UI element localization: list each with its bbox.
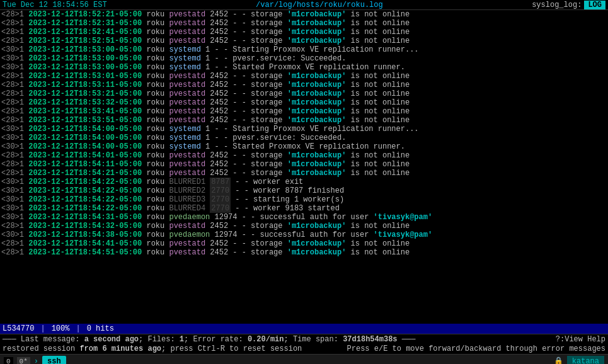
lock-icon: 🔒 xyxy=(554,356,563,364)
table-row: <30>1 2023-12-12T18:53:00-05:00 roku sys… xyxy=(0,54,608,63)
top-bar-left: Tue Dec 12 18:54:56 EST xyxy=(3,1,107,9)
top-bar: Tue Dec 12 18:54:56 EST /var/log/hosts/r… xyxy=(0,0,608,10)
table-row: <28>1 2023-12-12T18:54:51-05:00 roku pve… xyxy=(0,248,608,257)
table-row: <30>1 2023-12-12T18:54:00-05:00 roku sys… xyxy=(0,142,608,151)
table-row: <30>1 2023-12-12T18:53:00-05:00 roku sys… xyxy=(0,45,608,54)
log-button[interactable]: LOG xyxy=(584,1,605,9)
nav-help: Press e/E to move forward/backward throu… xyxy=(347,344,605,353)
table-row: <28>1 2023-12-12T18:52:51-05:00 roku pve… xyxy=(0,37,608,45)
status-bar: L534770 | 100% | 0 hits xyxy=(0,324,608,334)
arrow-icon: › xyxy=(34,357,38,365)
top-bar-right[interactable]: syslog_log: LOG xyxy=(532,1,605,9)
table-row: <30>1 2023-12-12T18:54:38-05:00 roku pve… xyxy=(0,230,608,239)
ssh-tab[interactable]: ssh xyxy=(42,356,66,365)
table-row: <28>1 2023-12-12T18:53:01-05:00 roku pve… xyxy=(0,72,608,81)
table-row: <28>1 2023-12-12T18:54:21-05:00 roku pve… xyxy=(0,169,608,178)
table-row: <30>1 2023-12-12T18:54:22-05:00 roku BLU… xyxy=(0,178,608,186)
file-path: /var/log/hosts/roku/roku.log xyxy=(256,1,383,9)
scroll-percent: 100% xyxy=(52,324,70,333)
zero-badge: 0 xyxy=(4,357,13,365)
hits-count: 0 hits xyxy=(87,324,114,333)
log-area: <28>1 2023-12-12T18:52:21-05:00 roku pve… xyxy=(0,10,608,324)
line-number: L534770 xyxy=(3,324,34,333)
bottom-bar: restored session from 6 minutes ago; pre… xyxy=(0,344,608,354)
log-name: syslog_log: xyxy=(532,1,582,9)
table-row: <30>1 2023-12-12T18:54:22-05:00 roku BLU… xyxy=(0,204,608,213)
table-row: <30>1 2023-12-12T18:54:00-05:00 roku sys… xyxy=(0,125,608,134)
table-row: <30>1 2023-12-12T18:54:22-05:00 roku BLU… xyxy=(0,186,608,195)
table-row: <28>1 2023-12-12T18:52:21-05:00 roku pve… xyxy=(0,10,608,19)
table-row: <28>1 2023-12-12T18:54:01-05:00 roku pve… xyxy=(0,151,608,160)
table-row: <28>1 2023-12-12T18:54:32-05:00 roku pve… xyxy=(0,222,608,230)
table-row: <30>1 2023-12-12T18:54:31-05:00 roku pve… xyxy=(0,213,608,222)
table-row: <28>1 2023-12-12T18:53:51-05:00 roku pve… xyxy=(0,116,608,125)
session-info: restored session from 6 minutes ago; pre… xyxy=(3,344,345,353)
help-text[interactable]: ?:View Help xyxy=(556,335,605,344)
table-row: <28>1 2023-12-12T18:52:31-05:00 roku pve… xyxy=(0,19,608,28)
top-bar-center: /var/log/hosts/roku/roku.log xyxy=(256,1,383,9)
table-row: <28>1 2023-12-12T18:54:11-05:00 roku pve… xyxy=(0,160,608,169)
table-row: <28>1 2023-12-12T18:52:41-05:00 roku pve… xyxy=(0,28,608,37)
timestamp: Tue Dec 12 18:54:56 EST xyxy=(3,1,107,9)
table-row: <28>1 2023-12-12T18:53:21-05:00 roku pve… xyxy=(0,89,608,98)
ssh-bar: 0 0* › ssh 🔒 katana xyxy=(0,354,608,364)
last-message: ─── Last message: a second ago; Files: 1… xyxy=(3,335,556,344)
katana-label: katana xyxy=(567,356,604,365)
table-row: <28>1 2023-12-12T18:54:41-05:00 roku pve… xyxy=(0,239,608,248)
star-badge: 0* xyxy=(17,357,30,365)
table-row: <28>1 2023-12-12T18:53:32-05:00 roku pve… xyxy=(0,98,608,107)
table-row: <30>1 2023-12-12T18:54:00-05:00 roku sys… xyxy=(0,134,608,142)
table-row: <30>1 2023-12-12T18:53:00-05:00 roku sys… xyxy=(0,63,608,72)
table-row: <30>1 2023-12-12T18:54:22-05:00 roku BLU… xyxy=(0,195,608,204)
table-row: <28>1 2023-12-12T18:53:11-05:00 roku pve… xyxy=(0,81,608,89)
table-row: <28>1 2023-12-12T18:53:41-05:00 roku pve… xyxy=(0,107,608,116)
message-bar: ─── Last message: a second ago; Files: 1… xyxy=(0,334,608,344)
